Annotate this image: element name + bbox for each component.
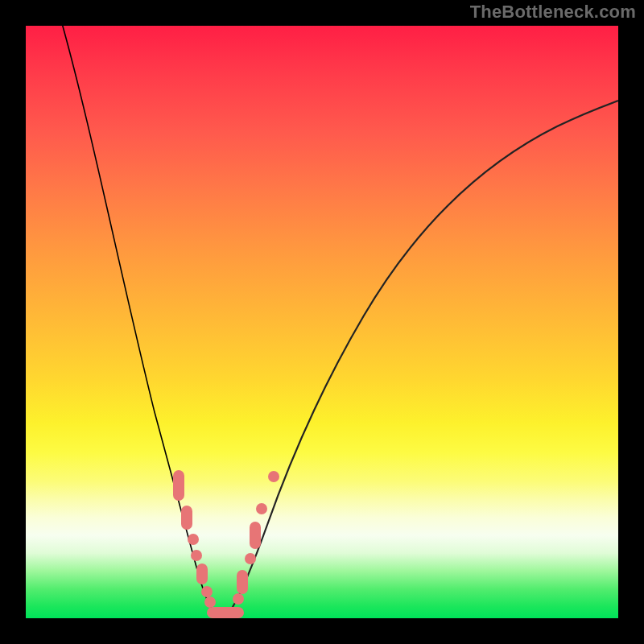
marker-dot [204,597,216,608]
curve-right [221,101,618,616]
marker-dot [256,503,267,514]
chart-root: TheBottleneck.com [0,0,644,644]
watermark-text: TheBottleneck.com [470,2,636,23]
curve-left [60,26,221,616]
overlay-svg [26,26,618,618]
marker-pill [181,506,192,530]
marker-pill [173,470,184,501]
marker-dot [233,593,244,605]
plot-area [26,26,618,618]
marker-pill [250,522,261,549]
marker-trough [207,607,244,618]
marker-dot [245,553,256,564]
marker-pill [237,570,248,594]
marker-dot [268,471,279,482]
marker-dot [191,550,202,561]
marker-pill [196,564,208,584]
marker-dot [201,586,213,597]
marker-dot [188,534,199,545]
